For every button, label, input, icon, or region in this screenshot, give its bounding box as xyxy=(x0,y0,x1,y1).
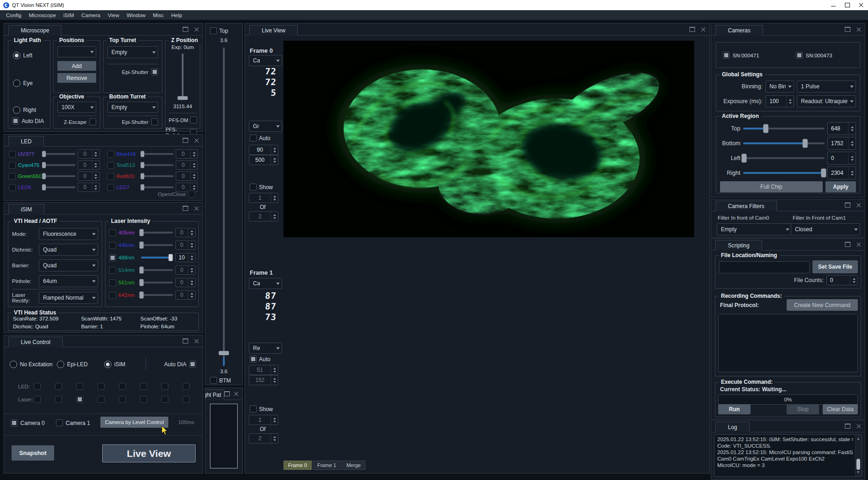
float-panel-icon[interactable] xyxy=(845,424,850,429)
close-panel-icon[interactable] xyxy=(234,391,239,396)
filter-cam0-dropdown[interactable]: Empty xyxy=(717,223,792,235)
isim-radio[interactable] xyxy=(104,361,111,368)
live-led-checkbox-1[interactable] xyxy=(34,383,41,390)
mode-dropdown[interactable]: Fluorescence xyxy=(39,228,98,240)
frame0-show-count-spinbox[interactable]: 2 xyxy=(249,211,278,222)
close-panel-icon[interactable] xyxy=(194,138,199,143)
frame0-auto-checkbox[interactable] xyxy=(250,135,257,142)
led-uv377-checkbox[interactable] xyxy=(9,151,16,158)
live-laser-checkbox-1[interactable] xyxy=(34,396,41,403)
live-led-checkbox-3[interactable] xyxy=(76,383,83,390)
led-blue434-checkbox[interactable] xyxy=(107,151,114,158)
snapshot-button[interactable]: Snapshot xyxy=(12,445,54,461)
frame1-show-checkbox[interactable] xyxy=(250,406,257,412)
z-position-slider-handle[interactable] xyxy=(178,96,188,100)
apply-button[interactable]: Apply xyxy=(825,181,856,192)
view-tab-frame0[interactable]: Frame 0 xyxy=(283,461,312,470)
laser-642-slider[interactable] xyxy=(141,294,173,296)
led-cyan475-spinbox[interactable]: 0 xyxy=(78,160,100,170)
top-turret-dropdown[interactable]: Empty xyxy=(107,46,158,58)
menu-view[interactable]: View xyxy=(104,12,123,18)
spinner-arrows[interactable] xyxy=(190,150,197,158)
laser-514-checkbox[interactable] xyxy=(109,267,116,274)
laser-642-spinbox[interactable]: 0 xyxy=(175,290,196,300)
z-escape-checkbox[interactable] xyxy=(89,118,96,125)
spinner-arrows[interactable] xyxy=(848,123,856,135)
open-close-checkbox[interactable] xyxy=(188,191,195,197)
filter-cam1-dropdown[interactable]: Closed xyxy=(791,223,860,235)
float-panel-icon[interactable] xyxy=(183,206,188,211)
close-panel-icon[interactable] xyxy=(856,203,861,208)
frame1-show-index-spinbox[interactable]: 1 xyxy=(249,415,278,425)
led-red631-checkbox[interactable] xyxy=(107,173,114,180)
file-counts-spinbox[interactable]: 0 xyxy=(826,275,858,285)
live-laser-checkbox-5[interactable] xyxy=(119,396,126,403)
led-green550-spinbox[interactable]: 0 xyxy=(78,172,100,181)
camera0-serial-checkbox[interactable] xyxy=(723,52,730,59)
live-laser-checkbox-6[interactable] xyxy=(140,396,147,403)
top-checkbox[interactable] xyxy=(210,27,217,34)
scripting-panel-tab[interactable]: Scripting xyxy=(715,240,762,251)
menu-help[interactable]: Help xyxy=(167,12,186,18)
laser-488-slider[interactable] xyxy=(141,257,173,258)
view-tab-merge[interactable]: Merge xyxy=(342,461,365,470)
close-panel-icon[interactable] xyxy=(194,27,199,32)
menu-config[interactable]: Config xyxy=(2,12,25,18)
frame1-max-spinbox[interactable]: 152 xyxy=(249,375,278,385)
clear-data-button[interactable]: Clear Data xyxy=(823,404,858,414)
float-panel-icon[interactable] xyxy=(224,391,230,396)
spinner-arrows[interactable] xyxy=(848,137,856,149)
spinner-arrows[interactable] xyxy=(271,375,278,385)
laser-445-checkbox[interactable] xyxy=(109,242,116,249)
frame0-colormap-dropdown[interactable]: Gr xyxy=(249,121,282,132)
add-button[interactable]: Add xyxy=(57,61,96,71)
light-path-left-radio[interactable] xyxy=(13,52,20,59)
spinner-arrows[interactable] xyxy=(271,145,278,154)
camera1-checkbox[interactable] xyxy=(56,419,63,426)
live-laser-checkbox-7[interactable] xyxy=(161,396,168,403)
spinner-arrows[interactable] xyxy=(190,172,197,180)
laser-405-checkbox[interactable] xyxy=(109,229,116,236)
region-right-spinbox[interactable]: 2304 xyxy=(827,166,856,179)
camera-by-level-control-button[interactable]: Camera by Level Control xyxy=(100,417,168,428)
led-green550-slider[interactable] xyxy=(43,175,75,177)
live-laser-checkbox-3[interactable] xyxy=(76,396,83,403)
float-panel-icon[interactable] xyxy=(183,338,188,344)
live-view-button[interactable]: Live View xyxy=(102,444,196,462)
live-led-checkbox-6[interactable] xyxy=(140,383,147,390)
float-panel-icon[interactable] xyxy=(845,242,850,247)
spinner-arrows[interactable] xyxy=(92,161,99,169)
live-laser-checkbox-8[interactable] xyxy=(183,396,190,403)
spinner-arrows[interactable] xyxy=(188,266,195,274)
spinner-arrows[interactable] xyxy=(271,365,278,375)
microscope-panel-tab[interactable]: Microscope xyxy=(8,25,62,36)
pinhole-dropdown[interactable]: 64um xyxy=(39,275,98,287)
led-green550-checkbox[interactable] xyxy=(9,173,16,180)
no-excitation-radio[interactable] xyxy=(10,361,17,368)
frame0-max-spinbox[interactable]: 500 xyxy=(249,155,278,165)
spinner-arrows[interactable] xyxy=(271,415,278,425)
live-laser-checkbox-2[interactable] xyxy=(55,396,62,403)
pulse-dropdown[interactable]: 1 Pulse xyxy=(797,80,856,92)
spinner-arrows[interactable] xyxy=(271,434,278,443)
protocol-listbox[interactable] xyxy=(718,314,858,372)
epi-led-radio[interactable] xyxy=(57,361,64,368)
laser-rectify-dropdown[interactable]: Ramped Normal xyxy=(39,292,98,304)
top-epi-shutter-checkbox[interactable] xyxy=(151,68,158,75)
close-panel-icon[interactable] xyxy=(701,27,706,32)
led-panel-tab[interactable]: LED xyxy=(8,136,44,147)
menu-isim[interactable]: iSIM xyxy=(60,12,78,18)
spinner-arrows[interactable] xyxy=(188,228,195,237)
light-path-listbox[interactable] xyxy=(210,404,238,468)
spinner-arrows[interactable] xyxy=(848,167,856,179)
region-right-slider[interactable] xyxy=(743,172,825,174)
spinner-arrows[interactable] xyxy=(188,241,195,249)
led-led6-slider[interactable] xyxy=(43,186,75,188)
frame1-colormap-dropdown[interactable]: Re xyxy=(249,343,282,354)
led-teal513-checkbox[interactable] xyxy=(107,162,114,169)
light-path-mini-tab[interactable]: ght Pat xyxy=(205,389,224,400)
led-red631-slider[interactable] xyxy=(142,175,174,177)
frame0-min-spinbox[interactable]: 90 xyxy=(249,145,278,155)
region-left-slider[interactable] xyxy=(743,157,825,159)
region-top-slider[interactable] xyxy=(743,128,825,129)
